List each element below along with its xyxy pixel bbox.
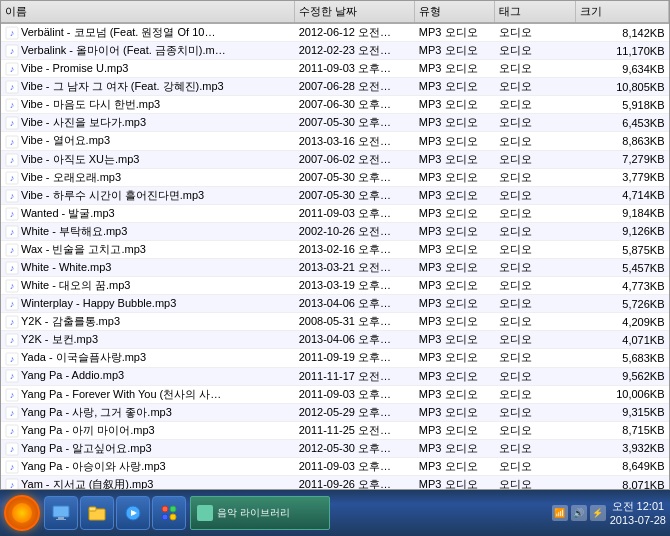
file-size-cell: 10,006KB [575, 385, 668, 403]
explorer-button[interactable] [80, 496, 114, 530]
table-row[interactable]: ♪ Vibe - 오래오래.mp32007-05-30 오후…MP3 오디오오디… [1, 168, 669, 186]
start-button[interactable] [4, 495, 40, 531]
file-name-text: Yang Pa - Forever With You (천사의 사… [21, 388, 221, 400]
table-row[interactable]: ♪ Vibe - 사진을 보다가.mp32007-05-30 오후…MP3 오디… [1, 114, 669, 132]
file-tag-cell: 오디오 [495, 132, 575, 150]
svg-rect-55 [58, 517, 64, 519]
music-file-icon: ♪ [5, 406, 19, 420]
music-file-icon: ♪ [5, 98, 19, 112]
table-row[interactable]: ♪ Yang Pa - 알고싶어요.mp32012-05-30 오후…MP3 오… [1, 439, 669, 457]
col-header-type[interactable]: 유형 [415, 1, 495, 23]
music-file-icon: ♪ [5, 116, 19, 130]
file-name-cell: ♪ Verbälint - 코모넘 (Feat. 원정열 Of 10… [1, 23, 295, 42]
table-row[interactable]: ♪ Verbalink - 올마이어 (Feat. 금종치미).m…2012-0… [1, 42, 669, 60]
table-row[interactable]: ♪ Y2K - 보컨.mp32013-04-06 오후…MP3 오디오오디오4,… [1, 331, 669, 349]
active-app-button[interactable]: 음악 라이브러리 [190, 496, 330, 530]
file-name-cell: ♪ Y2K - 감출를통.mp3 [1, 313, 295, 331]
table-row[interactable]: ♪ Yada - 이국슬픔사랑.mp32011-09-19 오후…MP3 오디오… [1, 349, 669, 367]
table-row[interactable]: ♪ Yang Pa - 아승이와 사랑.mp32011-09-03 오후…MP3… [1, 457, 669, 475]
file-name-text: Yada - 이국슬픔사랑.mp3 [21, 351, 146, 363]
file-type-cell: MP3 오디오 [415, 367, 495, 385]
table-row[interactable]: ♪ Vibe - 열어요.mp32013-03-16 오전…MP3 오디오오디오… [1, 132, 669, 150]
file-name-text: Vibe - 하루수 시간이 흘어진다면.mp3 [21, 189, 204, 201]
file-date-cell: 2008-05-31 오후… [295, 313, 415, 331]
file-name-cell: ♪ Yang Pa - Addio.mp3 [1, 367, 295, 385]
table-row[interactable]: ♪ White - White.mp32013-03-21 오전…MP3 오디오… [1, 259, 669, 277]
table-row[interactable]: ♪ Wax - 빈술을 고치고.mp32013-02-16 오후…MP3 오디오… [1, 241, 669, 259]
svg-text:♪: ♪ [10, 371, 15, 381]
table-row[interactable]: ♪ Vibe - 하루수 시간이 흘어진다면.mp32007-05-30 오후…… [1, 186, 669, 204]
music-file-icon: ♪ [5, 62, 19, 76]
table-row[interactable]: ♪ Yang Pa - Addio.mp32011-11-17 오전…MP3 오… [1, 367, 669, 385]
svg-text:♪: ♪ [10, 281, 15, 291]
table-row[interactable]: ♪ Vibe - 아직도 XU는.mp32007-06-02 오전…MP3 오디… [1, 150, 669, 168]
file-size-cell: 5,918KB [575, 96, 668, 114]
file-size-cell: 9,562KB [575, 367, 668, 385]
file-name-text: White - White.mp3 [21, 261, 111, 273]
file-date-cell: 2011-09-03 오후… [295, 204, 415, 222]
file-size-cell: 9,634KB [575, 60, 668, 78]
table-row[interactable]: ♪ Vibe - 그 남자 그 여자 (Feat. 강혜진).mp32007-0… [1, 78, 669, 96]
file-date-cell: 2012-05-29 오후… [295, 403, 415, 421]
file-tag-cell: 오디오 [495, 403, 575, 421]
table-row[interactable]: ♪ White - 대오의 꿈.mp32013-03-19 오후…MP3 오디오… [1, 277, 669, 295]
file-name-cell: ♪ Yang Pa - Forever With You (천사의 사… [1, 385, 295, 403]
table-row[interactable]: ♪ Vibe - 마음도 다시 한번.mp32007-06-30 오후…MP3 … [1, 96, 669, 114]
table-row[interactable]: ♪ Winterplay - Happy Bubble.mp32013-04-0… [1, 295, 669, 313]
svg-rect-56 [56, 519, 66, 520]
file-tag-cell: 오디오 [495, 259, 575, 277]
col-header-date[interactable]: 수정한 날짜 [295, 1, 415, 23]
desktop-icon [52, 504, 70, 522]
file-name-text: Vibe - 사진을 보다가.mp3 [21, 116, 146, 128]
table-row[interactable]: ♪ Yang Pa - Forever With You (천사의 사…2011… [1, 385, 669, 403]
folder-icon [88, 504, 106, 522]
music-file-icon: ♪ [5, 478, 19, 489]
music-file-icon: ♪ [5, 44, 19, 58]
file-name-text: Verbalink - 올마이어 (Feat. 금종치미).m… [21, 44, 226, 56]
file-name-cell: ♪ Vibe - 마음도 다시 한번.mp3 [1, 96, 295, 114]
table-row[interactable]: ♪ Wanted - 발굴.mp32011-09-03 오후…MP3 오디오오디… [1, 204, 669, 222]
tray-icons: 📶 🔊 ⚡ [552, 505, 606, 521]
svg-text:♪: ♪ [10, 28, 15, 38]
file-type-cell: MP3 오디오 [415, 241, 495, 259]
file-type-cell: MP3 오디오 [415, 60, 495, 78]
tray-icon-network[interactable]: 📶 [552, 505, 568, 521]
tray-icon-volume[interactable]: 🔊 [571, 505, 587, 521]
col-header-name[interactable]: 이름 [1, 1, 295, 23]
file-tag-cell: 오디오 [495, 168, 575, 186]
control-panel-button[interactable] [152, 496, 186, 530]
file-size-cell: 3,779KB [575, 168, 668, 186]
table-row[interactable]: ♪ Yang Pa - 사랑, 그거 좋아.mp32012-05-29 오후…M… [1, 403, 669, 421]
file-name-text: Y2K - 보컨.mp3 [21, 333, 98, 345]
table-row[interactable]: ♪ Verbälint - 코모넘 (Feat. 원정열 Of 10…2012-… [1, 23, 669, 42]
col-header-tag[interactable]: 태그 [495, 1, 575, 23]
table-row[interactable]: ♪ Vibe - Promise U.mp32011-09-03 오후…MP3 … [1, 60, 669, 78]
tray-clock[interactable]: 오전 12:01 2013-07-28 [610, 499, 666, 528]
table-row[interactable]: ♪ Yang Pa - 아끼 마이어.mp32011-11-25 오전…MP3 … [1, 421, 669, 439]
file-name-cell: ♪ Vibe - 오래오래.mp3 [1, 168, 295, 186]
file-type-cell: MP3 오디오 [415, 132, 495, 150]
file-date-cell: 2002-10-26 오전… [295, 222, 415, 240]
file-list[interactable]: 이름 수정한 날짜 유형 태그 크기 ♪ Verbälint - 코모넘 (Fe… [1, 1, 669, 489]
col-header-size[interactable]: 크기 [575, 1, 668, 23]
svg-text:♪: ♪ [10, 408, 15, 418]
file-name-cell: ♪ Wanted - 발굴.mp3 [1, 204, 295, 222]
music-file-icon: ♪ [5, 153, 19, 167]
file-name-text: Vibe - 그 남자 그 여자 (Feat. 강혜진).mp3 [21, 80, 224, 92]
table-row[interactable]: ♪ Y2K - 감출를통.mp32008-05-31 오후…MP3 오디오오디오… [1, 313, 669, 331]
file-date-cell: 2011-09-03 오후… [295, 385, 415, 403]
file-size-cell: 9,126KB [575, 222, 668, 240]
media-button[interactable] [116, 496, 150, 530]
music-file-icon: ♪ [5, 207, 19, 221]
file-name-text: Winterplay - Happy Bubble.mp3 [21, 297, 176, 309]
svg-text:♪: ♪ [10, 155, 15, 165]
tray-icon-power[interactable]: ⚡ [590, 505, 606, 521]
file-date-cell: 2007-06-28 오전… [295, 78, 415, 96]
file-type-cell: MP3 오디오 [415, 96, 495, 114]
svg-text:♪: ♪ [10, 263, 15, 273]
table-row[interactable]: ♪ White - 부탁해요.mp32002-10-26 오전…MP3 오디오오… [1, 222, 669, 240]
file-date-cell: 2011-11-17 오전… [295, 367, 415, 385]
file-date-cell: 2013-03-19 오후… [295, 277, 415, 295]
show-desktop-button[interactable] [44, 496, 78, 530]
table-row[interactable]: ♪ Yam - 지서교 (自叙用).mp32011-09-26 오후…MP3 오… [1, 475, 669, 489]
